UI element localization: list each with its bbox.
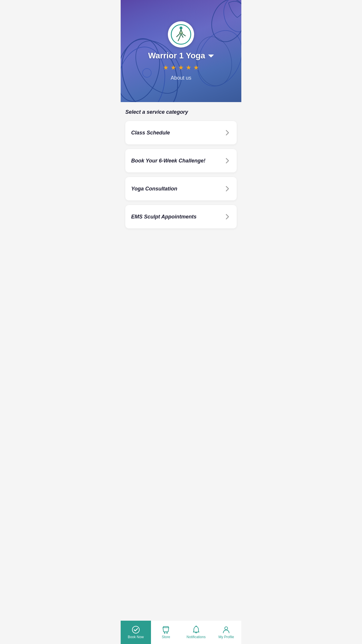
hero-content: Warrior 1 Yoga ★ ★ ★ ★ ★ About us	[148, 21, 214, 81]
nav-notifications[interactable]: Notifications	[181, 621, 211, 644]
svg-point-10	[132, 626, 139, 633]
main-content: Select a service category Class Schedule…	[121, 102, 241, 268]
brand-logo	[168, 21, 194, 48]
nav-my-profile-label: My Profile	[219, 635, 234, 639]
store-icon	[162, 626, 170, 634]
svg-point-11	[164, 632, 165, 634]
nav-book-now[interactable]: Book Now	[121, 621, 151, 644]
about-us-link[interactable]: About us	[171, 75, 191, 81]
svg-point-12	[166, 632, 168, 634]
nav-store[interactable]: Store	[151, 621, 181, 644]
service-label-class-schedule: Class Schedule	[131, 130, 170, 136]
service-label-yoga-consultation: Yoga Consultation	[131, 186, 177, 192]
book-now-icon	[132, 626, 140, 634]
nav-notifications-label: Notifications	[187, 635, 205, 639]
hero-title-row[interactable]: Warrior 1 Yoga	[148, 51, 214, 60]
nav-my-profile[interactable]: My Profile	[211, 621, 242, 644]
section-title: Select a service category	[125, 109, 237, 115]
svg-point-13	[196, 626, 196, 627]
my-profile-icon	[222, 626, 230, 634]
chevron-right-icon-six-week-challenge	[224, 157, 231, 164]
logo-circle-border	[171, 24, 191, 45]
bottom-navigation: Book Now Store Notifications	[121, 621, 241, 644]
chevron-right-icon-yoga-consultation	[224, 185, 231, 192]
rating-stars: ★ ★ ★ ★ ★	[163, 64, 199, 71]
nav-book-now-label: Book Now	[128, 635, 144, 639]
service-card-six-week-challenge[interactable]: Book Your 6-Week Challenge!	[125, 149, 237, 172]
star-2: ★	[171, 64, 176, 71]
nav-store-label: Store	[162, 635, 170, 639]
star-1: ★	[163, 64, 169, 71]
star-3: ★	[178, 64, 184, 71]
chevron-right-icon-class-schedule	[224, 129, 231, 136]
chevron-right-icon-ems-sculpt	[224, 213, 231, 220]
service-card-class-schedule[interactable]: Class Schedule	[125, 121, 237, 144]
hero-title-text: Warrior 1 Yoga	[148, 51, 205, 60]
notifications-icon	[192, 626, 200, 634]
service-card-ems-sculpt[interactable]: EMS Sculpt Appointments	[125, 205, 237, 228]
title-dropdown-chevron[interactable]	[208, 54, 214, 57]
star-5: ★	[193, 64, 199, 71]
svg-point-14	[225, 627, 228, 630]
service-label-ems-sculpt: EMS Sculpt Appointments	[131, 214, 196, 220]
service-card-yoga-consultation[interactable]: Yoga Consultation	[125, 177, 237, 200]
service-label-six-week-challenge: Book Your 6-Week Challenge!	[131, 158, 205, 164]
star-4: ★	[186, 64, 191, 71]
hero-section: Warrior 1 Yoga ★ ★ ★ ★ ★ About us	[121, 0, 241, 102]
